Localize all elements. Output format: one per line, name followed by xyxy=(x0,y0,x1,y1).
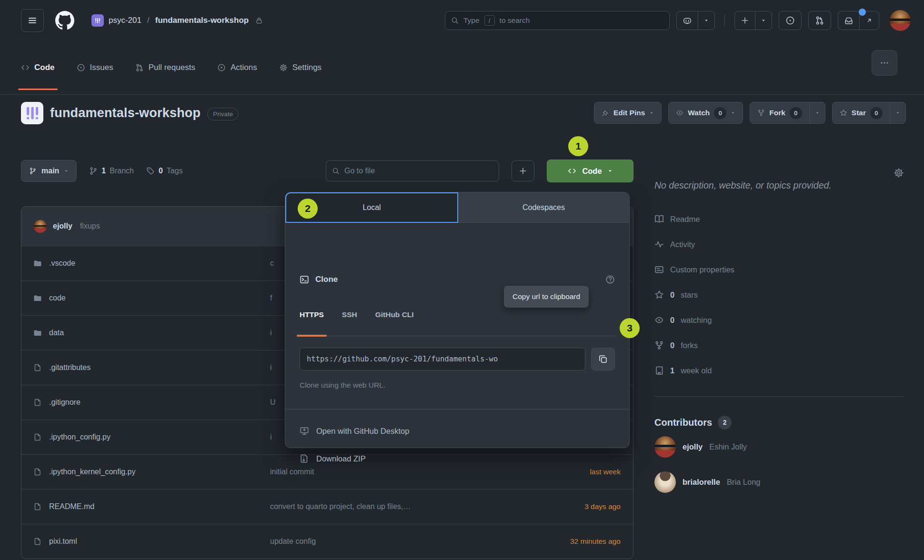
notification-dot xyxy=(859,9,866,16)
code-button[interactable]: Code xyxy=(547,160,633,182)
gear-icon xyxy=(279,63,288,72)
repo-avatar[interactable] xyxy=(21,102,43,124)
custom-properties-link[interactable]: Custom properties xyxy=(654,257,904,282)
tab-code[interactable]: Code xyxy=(21,41,55,94)
breadcrumb-repo[interactable]: fundamentals-workshop xyxy=(155,16,249,25)
chevron-down-icon xyxy=(649,110,654,115)
pull-requests-global-button[interactable] xyxy=(808,11,831,30)
row-commit-message[interactable]: convert to quarto project, clean up file… xyxy=(270,502,529,511)
github-logo[interactable] xyxy=(55,11,74,30)
issue-opened-icon xyxy=(785,16,795,25)
star-menu-segment[interactable] xyxy=(890,102,905,123)
add-file-button[interactable] xyxy=(512,160,534,181)
row-commit-message[interactable]: update config xyxy=(270,537,529,546)
about-settings-gear-icon[interactable] xyxy=(894,168,904,178)
edit-pins-button[interactable]: Edit Pins xyxy=(594,102,662,124)
copy-url-tooltip: Copy url to clipboard xyxy=(504,286,589,308)
activity-label: Activity xyxy=(670,240,695,249)
tab-codespaces[interactable]: Codespaces xyxy=(458,192,629,223)
org-avatar[interactable] xyxy=(91,14,104,27)
commit-message[interactable]: fixups xyxy=(80,222,100,230)
activity-link[interactable]: Activity xyxy=(654,232,904,257)
create-menu-segment[interactable] xyxy=(755,11,772,30)
branch-count-label: Branch xyxy=(110,167,134,175)
git-branch-icon xyxy=(89,167,98,175)
file-name[interactable]: .vscode xyxy=(49,259,262,268)
watch-button[interactable]: Watch 0 xyxy=(668,102,743,124)
code-dropdown-tabs: Local Codespaces xyxy=(285,192,629,223)
book-icon xyxy=(654,214,664,224)
tab-ssh[interactable]: SSH xyxy=(342,305,357,336)
table-row[interactable]: README.md convert to quarto project, cle… xyxy=(21,489,633,524)
file-name[interactable]: pixi.toml xyxy=(49,537,262,546)
three-bars-icon xyxy=(28,16,37,25)
eye-icon xyxy=(654,315,664,325)
tags-link[interactable]: 0 Tags xyxy=(146,167,183,175)
search-icon xyxy=(332,167,340,175)
file-name[interactable]: .ipython_kernel_config.py xyxy=(49,468,262,476)
user-avatar[interactable] xyxy=(890,10,911,31)
global-search-input[interactable]: Type / to search xyxy=(445,11,670,30)
plus-segment[interactable] xyxy=(735,11,755,30)
open-desktop-label: Open with GitHub Desktop xyxy=(316,427,409,436)
tab-actions[interactable]: Actions xyxy=(217,41,257,94)
branches-link[interactable]: 1 Branch xyxy=(89,167,134,175)
fork-menu-segment[interactable] xyxy=(809,102,825,123)
tab-label: Actions xyxy=(231,63,257,72)
contributor-avatar[interactable] xyxy=(654,436,676,458)
stars-stat[interactable]: 0 stars xyxy=(654,282,904,308)
list-item[interactable]: brialorelle Bria Long xyxy=(654,465,904,500)
tab-settings[interactable]: Settings xyxy=(279,41,321,94)
star-main-segment[interactable]: Star 0 xyxy=(833,102,890,123)
tab-issues[interactable]: Issues xyxy=(77,41,113,94)
issues-global-button[interactable] xyxy=(779,11,802,30)
copilot-chat-segment[interactable] xyxy=(677,11,698,30)
repo-actions: Edit Pins Watch 0 Fork 0 xyxy=(594,102,906,124)
repo-header: fundamentals-workshop Private Edit Pins … xyxy=(21,101,906,125)
branch-count: 1 xyxy=(101,167,106,175)
copy-url-button[interactable] xyxy=(591,348,615,370)
inbox-segment[interactable] xyxy=(838,11,859,30)
commit-author-avatar[interactable] xyxy=(34,220,47,233)
chevron-down-icon xyxy=(815,110,820,115)
help-icon[interactable] xyxy=(605,275,615,284)
breadcrumb-org[interactable]: psyc-201 xyxy=(109,16,141,25)
search-placeholder-prefix: Type xyxy=(463,16,480,25)
row-commit-date: 32 minutes ago xyxy=(537,537,621,546)
branch-selector[interactable]: main xyxy=(21,160,77,182)
copilot-menu-segment[interactable] xyxy=(698,11,714,30)
play-icon xyxy=(217,63,226,72)
watching-stat[interactable]: 0 watching xyxy=(654,308,904,333)
fork-main-segment[interactable]: Fork 0 xyxy=(750,102,809,123)
forks-stat[interactable]: 0 forks xyxy=(654,333,904,358)
file-name[interactable]: .ipython_config.py xyxy=(49,433,262,441)
download-zip-item[interactable]: Download ZIP xyxy=(300,448,615,470)
go-to-file-input[interactable] xyxy=(344,167,493,175)
contributor-login[interactable]: ejolly xyxy=(683,442,703,451)
list-item[interactable]: ejolly Eshin Jolly xyxy=(654,430,904,465)
tab-github-cli[interactable]: GitHub CLI xyxy=(375,305,414,336)
file-name[interactable]: README.md xyxy=(49,502,262,511)
tab-pull-requests[interactable]: Pull requests xyxy=(135,41,195,94)
notifications-button xyxy=(838,11,879,30)
hamburger-menu-button[interactable] xyxy=(21,9,44,32)
contributors-count-badge: 2 xyxy=(718,416,732,430)
open-with-github-desktop-item[interactable]: Open with GitHub Desktop xyxy=(300,420,615,442)
readme-link[interactable]: Readme xyxy=(654,207,904,232)
chevron-down-icon xyxy=(761,18,766,23)
file-name[interactable]: data xyxy=(49,329,262,337)
clone-url-input[interactable] xyxy=(300,348,585,370)
more-tabs-button[interactable] xyxy=(872,50,897,76)
repo-avatar-pattern xyxy=(23,103,42,122)
tab-https[interactable]: HTTPS xyxy=(300,305,324,336)
clone-url-row xyxy=(300,348,615,370)
contributor-avatar[interactable] xyxy=(654,471,676,493)
about-sidebar: No description, website, or topics provi… xyxy=(654,166,904,500)
table-row[interactable]: pixi.toml update config 32 minutes ago xyxy=(21,524,633,559)
file-name[interactable]: .gitattributes xyxy=(49,363,262,372)
contributors-title[interactable]: Contributors xyxy=(654,417,712,428)
file-name[interactable]: code xyxy=(49,294,262,302)
contributor-login[interactable]: brialorelle xyxy=(683,478,720,487)
file-name[interactable]: .gitignore xyxy=(49,398,262,407)
commit-author[interactable]: ejolly xyxy=(53,222,72,230)
